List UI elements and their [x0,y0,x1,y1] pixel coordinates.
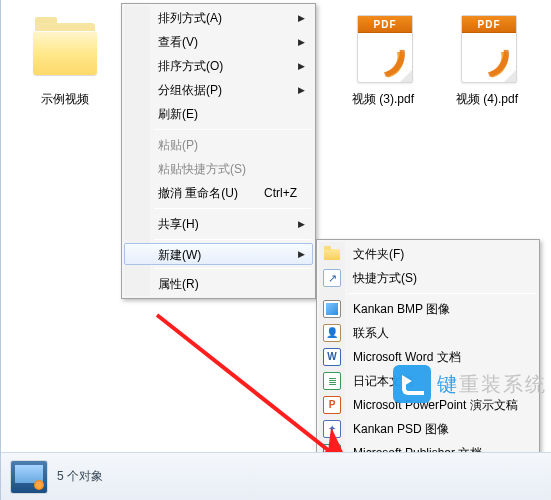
ctx-refresh[interactable]: 刷新(E) [124,102,313,126]
new-shortcut[interactable]: 快捷方式(S) [319,266,537,290]
ctx-group[interactable]: 分组依据(P)▶ [124,78,313,102]
submenu-arrow-icon: ▶ [298,78,305,102]
ctx-share[interactable]: 共享(H)▶ [124,212,313,236]
ctx-label: 快捷方式(S) [353,271,417,285]
folder-icon [20,10,110,88]
word-icon [324,349,340,365]
watermark-logo-icon [393,365,431,403]
ctx-label: 排列方式(A) [158,11,222,25]
pdf-badge: PDF [462,16,516,33]
ctx-label: 排序方式(O) [158,59,223,73]
submenu-arrow-icon: ▶ [298,30,305,54]
ctx-label: 属性(R) [158,277,199,291]
powerpoint-icon [324,397,340,413]
pdf-badge: PDF [358,16,412,33]
shortcut-icon [324,270,340,286]
ctx-separator [154,239,311,240]
bmp-icon [324,301,340,317]
pdf-icon: PDF [340,10,430,88]
submenu-arrow-icon: ▶ [298,244,305,264]
file-label: 视频 (4).pdf [444,92,530,106]
folder-item-sample-videos[interactable]: 示例视频 [20,10,110,106]
ctx-properties[interactable]: 属性(R) [124,272,313,296]
ctx-label: 粘贴快捷方式(S) [158,162,246,176]
watermark-text: 键重装系统 [437,371,547,398]
ctx-shortcut: Ctrl+Z [264,181,297,205]
ctx-separator [154,129,311,130]
submenu-arrow-icon: ▶ [298,54,305,78]
ctx-label: 分组依据(P) [158,83,222,97]
content-area[interactable]: 示例视频 PDF 视频 (3).pdf PDF [2,0,551,452]
journal-icon [324,373,340,389]
contact-icon [324,325,340,341]
ctx-view[interactable]: 查看(V)▶ [124,30,313,54]
ctx-sort[interactable]: 排序方式(O)▶ [124,54,313,78]
ctx-arrange[interactable]: 排列方式(A)▶ [124,6,313,30]
ctx-undo-rename[interactable]: 撤消 重命名(U)Ctrl+Z [124,181,313,205]
new-folder[interactable]: 文件夹(F) [319,242,537,266]
file-label: 视频 (3).pdf [340,92,426,106]
folder-icon [324,246,340,262]
ctx-new[interactable]: 新建(W)▶ [124,243,313,265]
folder-label: 示例视频 [20,92,110,106]
context-menu: 排列方式(A)▶ 查看(V)▶ 排序方式(O)▶ 分组依据(P)▶ 刷新(E) … [121,3,316,299]
ctx-separator [154,208,311,209]
psd-icon [324,421,340,437]
ctx-label: 查看(V) [158,35,198,49]
ctx-label: Kankan BMP 图像 [353,302,450,316]
ctx-label: Microsoft Word 文档 [353,350,461,364]
explorer-window: 示例视频 PDF 视频 (3).pdf PDF [0,0,551,500]
status-bar: 5 个对象 [1,452,551,500]
status-text: 5 个对象 [57,468,103,485]
ctx-separator [349,293,535,294]
new-bmp[interactable]: Kankan BMP 图像 [319,297,537,321]
ctx-label: 新建(W) [158,248,201,262]
ctx-separator [154,268,311,269]
file-item-pdf-3[interactable]: PDF 视频 (3).pdf [340,10,426,106]
ctx-label: 共享(H) [158,217,199,231]
ctx-label: 粘贴(P) [158,138,198,152]
ctx-label: 联系人 [353,326,389,340]
file-item-pdf-4[interactable]: PDF 视频 (4).pdf [444,10,530,106]
pdf-icon: PDF [444,10,534,88]
submenu-arrow-icon: ▶ [298,6,305,30]
ctx-paste: 粘贴(P) [124,133,313,157]
watermark: 键重装系统 [393,364,547,404]
ctx-paste-shortcut: 粘贴快捷方式(S) [124,157,313,181]
submenu-arrow-icon: ▶ [298,212,305,236]
new-psd[interactable]: Kankan PSD 图像 [319,417,537,441]
ctx-label: 文件夹(F) [353,247,404,261]
ctx-label: 撤消 重命名(U) [158,186,238,200]
new-contact[interactable]: 联系人 [319,321,537,345]
ctx-label: Kankan PSD 图像 [353,422,449,436]
status-thumbnail-icon [11,461,47,493]
ctx-label: 刷新(E) [158,107,198,121]
